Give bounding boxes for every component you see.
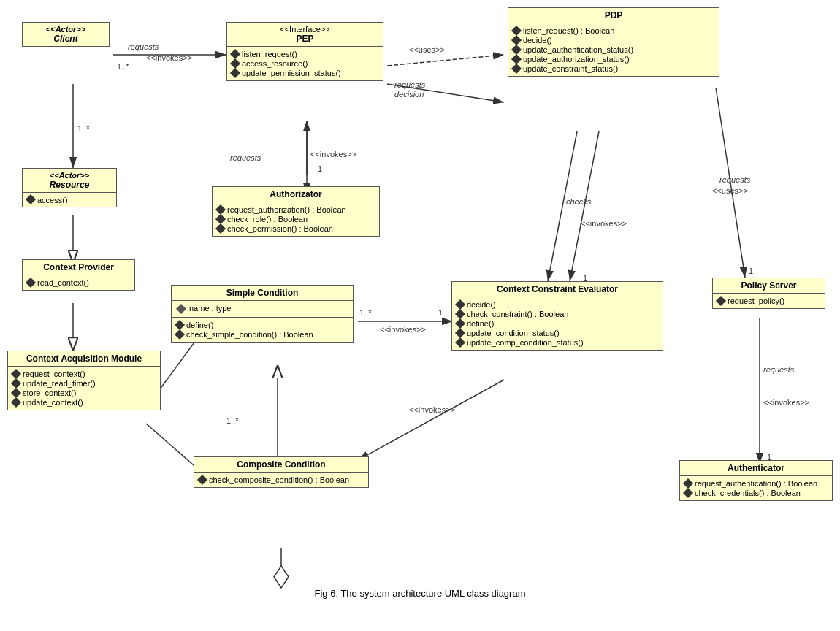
- pdp-box: PDP listen_request() : Boolean decide() …: [508, 7, 719, 77]
- svg-text:1..*: 1..*: [77, 124, 90, 133]
- svg-text:1..*: 1..*: [117, 62, 129, 71]
- authenticator-methods: request_authentication() : Boolean check…: [680, 476, 832, 500]
- client-stereotype: <<Actor>> Client: [23, 23, 109, 47]
- bullet-icon: [511, 64, 522, 74]
- bullet-icon: [11, 397, 21, 408]
- client-box: <<Actor>> Client: [22, 22, 110, 47]
- bullet-icon: [197, 475, 207, 485]
- svg-line-7: [387, 55, 504, 66]
- authenticator-box: Authenticator request_authentication() :…: [679, 460, 833, 501]
- svg-line-31: [716, 88, 745, 278]
- bullet-icon: [716, 296, 726, 306]
- context-provider-title: Context Provider: [23, 260, 134, 275]
- svg-line-28: [570, 131, 599, 281]
- svg-text:decision: decision: [394, 90, 424, 99]
- authorizator-title: Authorizator: [213, 187, 379, 202]
- svg-text:<<invokes>>: <<invokes>>: [763, 398, 809, 407]
- svg-text:<<invokes>>: <<invokes>>: [380, 325, 426, 334]
- bullet-icon: [26, 194, 36, 204]
- bullet-icon: [230, 68, 240, 78]
- svg-line-39: [358, 380, 504, 460]
- svg-text:1: 1: [438, 308, 443, 317]
- resource-box: <<Actor>> Resource access(): [22, 168, 117, 207]
- cce-methods: decide() check_constraint() : Boolean de…: [452, 297, 663, 350]
- bullet-icon: [175, 329, 185, 340]
- resource-stereotype: <<Actor>> Resource: [23, 169, 116, 193]
- simple-condition-methods: define() check_simple_condition() : Bool…: [172, 318, 353, 342]
- simple-condition-attrs: name : type: [172, 301, 353, 318]
- simple-condition-box: Simple Condition name : type define() ch…: [171, 285, 354, 343]
- policy-server-methods: request_policy(): [713, 294, 825, 308]
- svg-text:checks: checks: [566, 197, 592, 206]
- pdp-title: PDP: [508, 8, 719, 23]
- svg-text:<<invokes>>: <<invokes>>: [146, 53, 192, 62]
- diagram-caption: Fig 6. The system architecture UML class…: [0, 584, 840, 603]
- svg-text:1..*: 1..*: [359, 308, 372, 317]
- svg-text:1: 1: [749, 267, 753, 275]
- context-acquisition-module-box: Context Acquisition Module request_conte…: [7, 351, 161, 410]
- policy-server-box: Policy Server request_policy(): [712, 278, 825, 309]
- uml-diagram: requests <<invokes>> 1..* <<uses>> reque…: [0, 0, 840, 606]
- svg-text:<<uses>>: <<uses>>: [712, 186, 748, 195]
- composite-condition-title: Composite Condition: [194, 457, 368, 473]
- resource-methods: access(): [23, 193, 116, 207]
- svg-text:<<invokes>>: <<invokes>>: [310, 150, 356, 158]
- attr-diamond-icon: [176, 304, 186, 314]
- client-name: Client: [27, 34, 104, 44]
- svg-line-9: [387, 84, 504, 102]
- svg-text:1..*: 1..*: [226, 416, 239, 425]
- svg-text:1: 1: [318, 164, 322, 173]
- composite-condition-methods: check_composite_condition() : Boolean: [194, 473, 368, 487]
- cam-title: Context Acquisition Module: [8, 351, 160, 367]
- authenticator-title: Authenticator: [680, 461, 832, 476]
- pep-title: <<Interface>> PEP: [227, 23, 383, 47]
- svg-text:requests: requests: [394, 80, 426, 89]
- svg-text:<<invokes>>: <<invokes>>: [409, 405, 455, 414]
- bullet-icon: [26, 278, 36, 288]
- policy-server-title: Policy Server: [713, 278, 825, 294]
- svg-text:requests: requests: [128, 42, 159, 51]
- cce-title: Context Constraint Evaluator: [452, 282, 663, 297]
- context-provider-methods: read_context(): [23, 275, 134, 290]
- cam-methods: request_context() update_read_timer() st…: [8, 367, 160, 410]
- svg-text:requests: requests: [763, 365, 795, 374]
- bullet-icon: [455, 337, 465, 348]
- bullet-icon: [215, 223, 226, 234]
- authorizator-box: Authorizator request_authorization() : B…: [212, 186, 380, 237]
- composite-condition-box: Composite Condition check_composite_cond…: [194, 456, 369, 488]
- authorizator-methods: request_authorization() : Boolean check_…: [213, 202, 379, 236]
- context-constraint-evaluator-box: Context Constraint Evaluator decide() ch…: [451, 281, 663, 351]
- bullet-icon: [683, 488, 693, 498]
- svg-text:requests: requests: [230, 153, 261, 162]
- pdp-methods: listen_request() : Boolean decide() upda…: [508, 23, 719, 76]
- svg-text:<<invokes>>: <<invokes>>: [581, 219, 627, 228]
- simple-condition-title: Simple Condition: [172, 286, 353, 301]
- svg-text:requests: requests: [719, 175, 751, 184]
- context-provider-box: Context Provider read_context(): [22, 259, 135, 291]
- pep-box: <<Interface>> PEP listen_request() acces…: [226, 22, 383, 81]
- pep-methods: listen_request() access_resource() updat…: [227, 47, 383, 80]
- svg-line-26: [548, 131, 577, 281]
- svg-text:<<uses>>: <<uses>>: [409, 45, 445, 54]
